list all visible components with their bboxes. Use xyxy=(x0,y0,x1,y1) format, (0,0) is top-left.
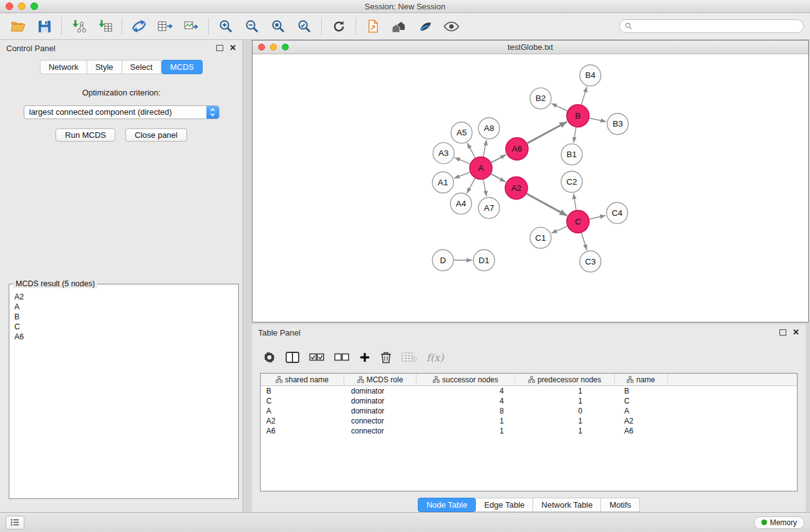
result-item[interactable]: A2 xyxy=(14,292,233,302)
table-row[interactable]: Cdominator41C xyxy=(261,396,797,406)
column-header[interactable]: MCDS role xyxy=(344,374,417,385)
graph-edge[interactable] xyxy=(581,233,587,250)
delete-column-button[interactable] xyxy=(380,351,392,364)
add-column-button[interactable] xyxy=(359,352,370,363)
graph-node-B[interactable]: B xyxy=(567,105,589,127)
search-input[interactable] xyxy=(635,20,803,32)
zoom-selected-button[interactable] xyxy=(291,16,317,37)
graph-edge[interactable] xyxy=(467,178,475,193)
unselect-all-button[interactable] xyxy=(334,353,349,362)
graph-node-A5[interactable]: A5 xyxy=(451,122,472,143)
graph-node-A1[interactable]: A1 xyxy=(432,172,453,193)
table-settings-button[interactable] xyxy=(263,351,276,364)
graph-node-C2[interactable]: C2 xyxy=(561,172,582,193)
graph-edge[interactable] xyxy=(581,87,587,105)
graph-node-A8[interactable]: A8 xyxy=(478,118,499,139)
zoom-out-button[interactable] xyxy=(239,16,265,37)
graph-node-B4[interactable]: B4 xyxy=(580,65,601,86)
table-row[interactable]: A2connector11A2 xyxy=(261,416,797,426)
style-button[interactable] xyxy=(412,16,438,37)
show-columns-button[interactable] xyxy=(286,352,299,363)
tab-node-table[interactable]: Node Table xyxy=(418,498,476,512)
graph-edge[interactable] xyxy=(574,193,576,210)
tab-edge-table[interactable]: Edge Table xyxy=(476,498,533,512)
graph-node-B2[interactable]: B2 xyxy=(530,88,551,109)
graph-node-A2[interactable]: A2 xyxy=(505,177,528,200)
result-item[interactable]: B xyxy=(14,312,233,322)
close-panel-button[interactable]: Close panel xyxy=(125,128,187,142)
close-panel-icon[interactable]: ✕ xyxy=(229,45,236,51)
graph-edge[interactable] xyxy=(551,226,567,233)
graph-node-A4[interactable]: A4 xyxy=(450,193,471,214)
run-mcds-button[interactable]: Run MCDS xyxy=(55,128,115,142)
memory-button[interactable]: Memory xyxy=(754,516,804,529)
tab-style[interactable]: Style xyxy=(87,60,122,74)
graph-edge[interactable] xyxy=(528,122,567,143)
home-button[interactable] xyxy=(386,16,412,37)
graph-edge[interactable] xyxy=(483,180,486,196)
tab-network-table[interactable]: Network Table xyxy=(533,498,601,512)
import-network-button[interactable] xyxy=(65,16,92,37)
optimization-criterion-select[interactable]: largest connected component (directed) xyxy=(24,105,219,119)
graph-node-C[interactable]: C xyxy=(567,210,589,233)
select-all-button[interactable] xyxy=(309,353,324,362)
tab-motifs[interactable]: Motifs xyxy=(601,498,640,512)
graph-node-D[interactable]: D xyxy=(432,249,453,271)
graph-edge[interactable] xyxy=(574,127,576,142)
export-image-button[interactable] xyxy=(178,16,205,37)
clone-network-button[interactable] xyxy=(360,16,386,37)
graph-edge[interactable] xyxy=(589,216,605,220)
table-row[interactable]: Bdominator41B xyxy=(261,386,797,396)
graph-node-A3[interactable]: A3 xyxy=(433,143,454,164)
zoom-out-icon xyxy=(244,19,259,34)
graph-node-C4[interactable]: C4 xyxy=(607,202,628,223)
graph-node-B3[interactable]: B3 xyxy=(607,114,629,135)
show-details-button[interactable] xyxy=(438,16,465,37)
save-session-button[interactable] xyxy=(31,16,57,37)
table-row[interactable]: Adominator80A xyxy=(261,406,797,416)
graph-node-C3[interactable]: C3 xyxy=(580,251,601,272)
zoom-in-button[interactable] xyxy=(213,16,239,37)
graph-edge[interactable] xyxy=(455,158,470,164)
tab-network[interactable]: Network xyxy=(40,60,87,74)
export-network-button[interactable] xyxy=(126,16,152,37)
graph-node-C1[interactable]: C1 xyxy=(530,227,551,248)
graph-node-D1[interactable]: D1 xyxy=(473,249,494,271)
graph-edge[interactable] xyxy=(454,172,470,178)
open-file-button[interactable] xyxy=(5,16,31,37)
result-item[interactable]: A xyxy=(14,302,233,312)
graph-edge[interactable] xyxy=(491,174,506,182)
import-table-button[interactable] xyxy=(92,16,118,37)
graph-edge[interactable] xyxy=(467,143,475,158)
graph-node-A7[interactable]: A7 xyxy=(478,197,499,218)
column-header[interactable]: successor nodes xyxy=(417,374,515,385)
graph-edge[interactable] xyxy=(483,140,486,157)
apply-function-button[interactable]: f(x) xyxy=(427,352,443,364)
column-header[interactable]: shared name xyxy=(261,374,344,385)
refresh-button[interactable] xyxy=(325,16,352,37)
float-panel-icon[interactable] xyxy=(216,45,223,51)
result-item[interactable]: C xyxy=(14,322,233,332)
column-header[interactable]: name xyxy=(615,374,668,385)
graph-edge[interactable] xyxy=(491,155,506,163)
search-field[interactable] xyxy=(619,19,804,33)
close-table-panel-icon[interactable]: ✕ xyxy=(793,329,799,336)
task-history-button[interactable] xyxy=(6,516,24,530)
graph-node-A6[interactable]: A6 xyxy=(506,138,528,160)
graph-node-A[interactable]: A xyxy=(470,157,492,180)
graph-edge[interactable] xyxy=(527,194,567,216)
column-header[interactable]: predecessor nodes xyxy=(515,374,615,385)
tab-mcds[interactable]: MCDS xyxy=(162,60,203,74)
result-item[interactable]: A6 xyxy=(14,332,233,342)
float-table-panel-icon[interactable] xyxy=(779,329,786,336)
network-canvas[interactable]: B4B2BB3A5A8A6B1A3AC2A1A2A4A7C4CC1C3DD1 xyxy=(253,54,808,322)
tab-select[interactable]: Select xyxy=(122,60,162,74)
graph-edge[interactable] xyxy=(589,118,606,122)
table-row[interactable]: A6connector11A6 xyxy=(261,426,797,436)
clear-table-button[interactable] xyxy=(402,352,417,362)
graph-edge[interactable] xyxy=(551,104,567,111)
network-graph[interactable]: B4B2BB3A5A8A6B1A3AC2A1A2A4A7C4CC1C3DD1 xyxy=(253,54,808,322)
export-table-button[interactable] xyxy=(152,16,178,37)
graph-node-B1[interactable]: B1 xyxy=(561,144,582,165)
zoom-fit-button[interactable] xyxy=(265,16,291,37)
